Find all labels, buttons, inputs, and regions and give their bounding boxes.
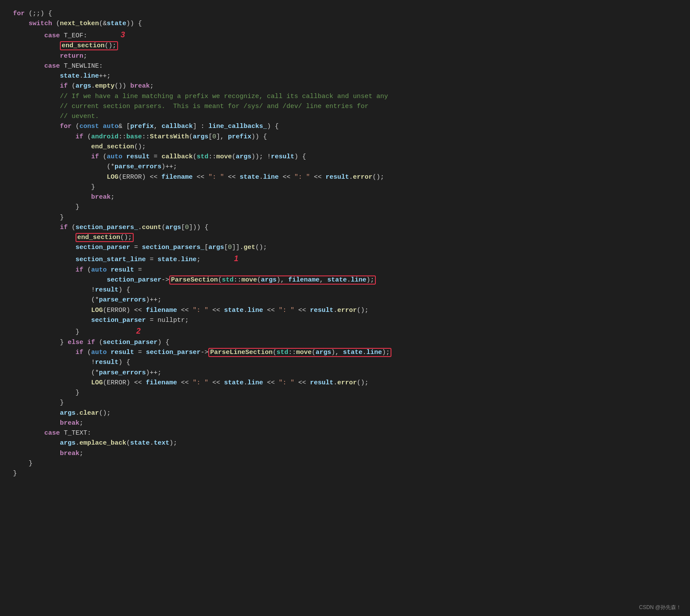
line-autoresult2: if (auto result = section_parser->ParseL… <box>13 347 677 357</box>
line-2: switch (next_token(&state)) { <box>13 19 677 29</box>
line-4: end_section(); <box>13 41 677 51</box>
line-endsection: end_section(); <box>13 233 677 242</box>
line-sectionparser: section_parser = section_parsers_[args[0… <box>13 242 677 252</box>
line-10: // current section parsers. This is mean… <box>13 102 677 111</box>
line-log1: LOG(ERROR) << filename << ": " << state.… <box>13 305 677 315</box>
line-16: if (auto result = callback(std::move(arg… <box>13 152 677 162</box>
line-closebrace5: } <box>13 469 677 478</box>
line-11: // uevent. <box>13 111 677 121</box>
line-autoresult: if (auto result = <box>13 265 677 275</box>
line-6: case T_NEWLINE: <box>13 61 677 71</box>
line-14: end_section(); <box>13 142 677 152</box>
code-content: for (;;) { switch (next_token(&state)) {… <box>13 9 677 478</box>
line-12: for (const auto& [prefix, callback] : li… <box>13 121 677 131</box>
line-log2: LOG(ERROR) << filename << ": " << state.… <box>13 378 677 388</box>
line-22: } <box>13 213 677 223</box>
highlight-end-section-1: end_section(); <box>60 41 118 50</box>
line-parsesection: section_parser->ParseSection(std::move(a… <box>13 275 677 285</box>
line-7: state.line++; <box>13 71 677 81</box>
line-emplaceback: args.emplace_back(state.text); <box>13 438 677 448</box>
line-3: case T_EOF: 3 <box>13 29 677 41</box>
line-nullsection: section_parser = nullptr; <box>13 315 677 325</box>
line-notresult2: !result) { <box>13 357 677 367</box>
highlight-parselinesection: ParseLineSection(std::move(args), state.… <box>208 348 391 357</box>
line-notresult: !result) { <box>13 285 677 295</box>
line-closebrace1: } 2 <box>13 325 677 337</box>
line-21: } <box>13 202 677 212</box>
line-break: break; <box>13 418 677 428</box>
highlight-parsesection: ParseSection(std::move(args), filename, … <box>169 275 376 285</box>
line-5: return; <box>13 51 677 61</box>
line-17: (*parse_errors)++; <box>13 162 677 172</box>
line-startline: section_start_line = state.line; 1 <box>13 253 677 265</box>
line-1: for (;;) { <box>13 9 677 19</box>
annotation-2: 2 <box>136 327 141 335</box>
line-closebrace4: } <box>13 459 677 469</box>
highlight-end-section-2: end_section(); <box>76 233 134 242</box>
line-parseerrors: (*parse_errors)++; <box>13 295 677 305</box>
line-parseerrors2: (*parse_errors)++; <box>13 368 677 378</box>
line-argsclear: args.clear(); <box>13 408 677 418</box>
line-20: break; <box>13 192 677 202</box>
line-closebrace2: } <box>13 388 677 398</box>
annotation-3: 3 <box>121 30 125 39</box>
line-break2: break; <box>13 449 677 459</box>
line-8: if (args.empty()) break; <box>13 81 677 91</box>
code-block: for (;;) { switch (next_token(&state)) {… <box>13 9 677 478</box>
line-9: // If we have a line matching a prefix w… <box>13 92 677 102</box>
line-closebrace3: } <box>13 398 677 408</box>
line-19: } <box>13 182 677 192</box>
line-casettext: case T_TEXT: <box>13 428 677 438</box>
line-if: if (section_parsers_.count(args[0])) { <box>13 223 677 233</box>
line-18: LOG(ERROR) << filename << ": " << state.… <box>13 172 677 182</box>
annotation-1: 1 <box>234 254 238 263</box>
line-elseif: } else if (section_parser) { <box>13 337 677 347</box>
line-13: if (android::base::StartsWith(args[0], p… <box>13 132 677 142</box>
